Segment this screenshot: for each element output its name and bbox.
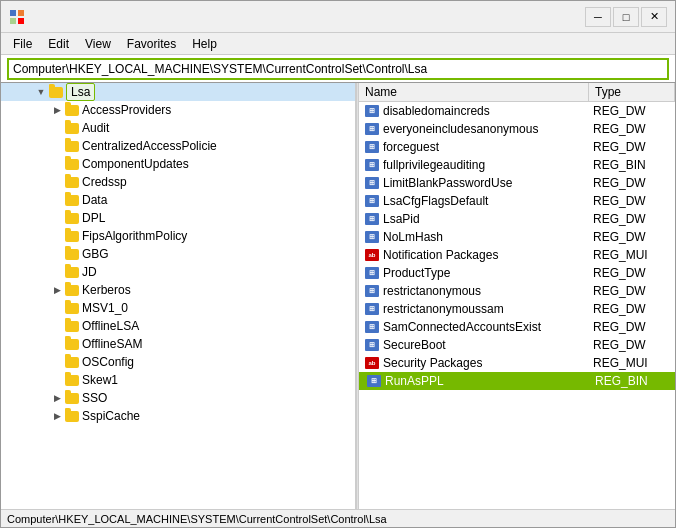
minimize-button[interactable]: ─ <box>585 7 611 27</box>
folder-icon <box>65 159 79 170</box>
value-name: Security Packages <box>381 356 593 370</box>
value-type: REG_MUI <box>593 248 675 262</box>
tree-item[interactable]: DPL <box>1 209 355 227</box>
value-type: REG_DW <box>593 194 675 208</box>
tree-item[interactable]: ▶SSO <box>1 389 355 407</box>
folder-icon <box>65 267 79 278</box>
tree-item[interactable]: MSV1_0 <box>1 299 355 317</box>
reg-dword-icon: ⊞ <box>367 375 381 387</box>
folder-icon <box>65 357 79 368</box>
value-row[interactable]: abNotification PackagesREG_MUI <box>359 246 675 264</box>
tree-item[interactable]: Audit <box>1 119 355 137</box>
tree-item[interactable]: OfflineSAM <box>1 335 355 353</box>
tree-item[interactable]: Data <box>1 191 355 209</box>
tree-item[interactable]: CentralizedAccessPolicie <box>1 137 355 155</box>
values-list: ⊞disabledomaincredsREG_DW⊞everyoneinclud… <box>359 102 675 390</box>
tree-item-label: FipsAlgorithmPolicy <box>82 229 187 243</box>
folder-icon <box>65 249 79 260</box>
registry-value-icon: ⊞ <box>363 121 381 137</box>
reg-dword-icon: ⊞ <box>365 105 379 117</box>
value-type: REG_DW <box>593 122 675 136</box>
registry-value-icon: ab <box>363 247 381 263</box>
tree-item[interactable]: GBG <box>1 245 355 263</box>
tree-item[interactable]: ▶AccessProviders <box>1 101 355 119</box>
value-row[interactable]: ⊞RunAsPPLREG_BIN <box>359 372 675 390</box>
folder-icon <box>65 285 79 296</box>
tree-item[interactable]: OfflineLSA <box>1 317 355 335</box>
value-row[interactable]: abSecurity PackagesREG_MUI <box>359 354 675 372</box>
registry-value-icon: ⊞ <box>363 139 381 155</box>
col-name-header: Name <box>359 83 589 101</box>
menu-bar: FileEditViewFavoritesHelp <box>1 33 675 55</box>
tree-item-label: ComponentUpdates <box>82 157 189 171</box>
tree-item[interactable]: ▼Lsa <box>1 83 355 101</box>
value-name: fullprivilegeauditing <box>381 158 593 172</box>
menu-item-favorites[interactable]: Favorites <box>119 35 184 52</box>
menu-item-edit[interactable]: Edit <box>40 35 77 52</box>
tree-item[interactable]: OSConfig <box>1 353 355 371</box>
registry-value-icon: ⊞ <box>363 175 381 191</box>
value-row[interactable]: ⊞restrictanonymoussamREG_DW <box>359 300 675 318</box>
tree-panel[interactable]: ▼Lsa▶AccessProvidersAuditCentralizedAcce… <box>1 83 356 509</box>
value-name: NoLmHash <box>381 230 593 244</box>
app-icon <box>9 9 25 25</box>
value-row[interactable]: ⊞SecureBootREG_DW <box>359 336 675 354</box>
value-name: RunAsPPL <box>383 374 595 388</box>
tree-item[interactable]: ▶SspiCache <box>1 407 355 425</box>
value-name: SamConnectedAccountsExist <box>381 320 593 334</box>
value-row[interactable]: ⊞restrictanonymousREG_DW <box>359 282 675 300</box>
tree-toggle-icon[interactable]: ▶ <box>49 105 65 115</box>
value-row[interactable]: ⊞LsaPidREG_DW <box>359 210 675 228</box>
close-button[interactable]: ✕ <box>641 7 667 27</box>
menu-item-file[interactable]: File <box>5 35 40 52</box>
tree-item[interactable]: ComponentUpdates <box>1 155 355 173</box>
reg-dword-icon: ⊞ <box>365 321 379 333</box>
value-row[interactable]: ⊞LsaCfgFlagsDefaultREG_DW <box>359 192 675 210</box>
folder-icon <box>65 393 79 404</box>
tree-toggle-icon[interactable]: ▶ <box>49 393 65 403</box>
reg-dword-icon: ⊞ <box>365 177 379 189</box>
tree-toggle-icon[interactable]: ▶ <box>49 411 65 421</box>
value-row[interactable]: ⊞everyoneincludesanonymousREG_DW <box>359 120 675 138</box>
svg-rect-0 <box>10 10 16 16</box>
maximize-button[interactable]: □ <box>613 7 639 27</box>
value-row[interactable]: ⊞forceguestREG_DW <box>359 138 675 156</box>
tree-toggle-icon[interactable]: ▼ <box>33 87 49 97</box>
tree-item-label: OfflineSAM <box>82 337 142 351</box>
value-row[interactable]: ⊞disabledomaincredsREG_DW <box>359 102 675 120</box>
value-type: REG_DW <box>593 212 675 226</box>
registry-editor-window: ─ □ ✕ FileEditViewFavoritesHelp ▼Lsa▶Acc… <box>0 0 676 528</box>
reg-multi-string-icon: ab <box>365 249 379 261</box>
title-bar: ─ □ ✕ <box>1 1 675 33</box>
folder-icon <box>65 105 79 116</box>
folder-icon <box>65 231 79 242</box>
tree-item-label: OfflineLSA <box>82 319 139 333</box>
values-panel[interactable]: Name Type ⊞disabledomaincredsREG_DW⊞ever… <box>359 83 675 509</box>
tree-item[interactable]: Credssp <box>1 173 355 191</box>
status-text: Computer\HKEY_LOCAL_MACHINE\SYSTEM\Curre… <box>7 513 387 525</box>
menu-item-view[interactable]: View <box>77 35 119 52</box>
folder-icon <box>49 87 63 98</box>
tree-item[interactable]: FipsAlgorithmPolicy <box>1 227 355 245</box>
value-name: everyoneincludesanonymous <box>381 122 593 136</box>
reg-dword-icon: ⊞ <box>365 285 379 297</box>
address-input[interactable] <box>7 58 669 80</box>
tree-item-label: MSV1_0 <box>82 301 128 315</box>
value-type: REG_DW <box>593 284 675 298</box>
tree-item[interactable]: JD <box>1 263 355 281</box>
value-row[interactable]: ⊞SamConnectedAccountsExistREG_DW <box>359 318 675 336</box>
tree-toggle-icon[interactable]: ▶ <box>49 285 65 295</box>
value-row[interactable]: ⊞ProductTypeREG_DW <box>359 264 675 282</box>
tree-item-label: GBG <box>82 247 109 261</box>
tree-item[interactable]: ▶Kerberos <box>1 281 355 299</box>
reg-dword-icon: ⊞ <box>365 213 379 225</box>
tree-item-label: Skew1 <box>82 373 118 387</box>
value-row[interactable]: ⊞LimitBlankPasswordUseREG_DW <box>359 174 675 192</box>
value-row[interactable]: ⊞NoLmHashREG_DW <box>359 228 675 246</box>
value-type: REG_DW <box>593 140 675 154</box>
tree-item[interactable]: Skew1 <box>1 371 355 389</box>
value-name: restrictanonymous <box>381 284 593 298</box>
menu-item-help[interactable]: Help <box>184 35 225 52</box>
value-row[interactable]: ⊞fullprivilegeauditingREG_BIN <box>359 156 675 174</box>
value-name: Notification Packages <box>381 248 593 262</box>
